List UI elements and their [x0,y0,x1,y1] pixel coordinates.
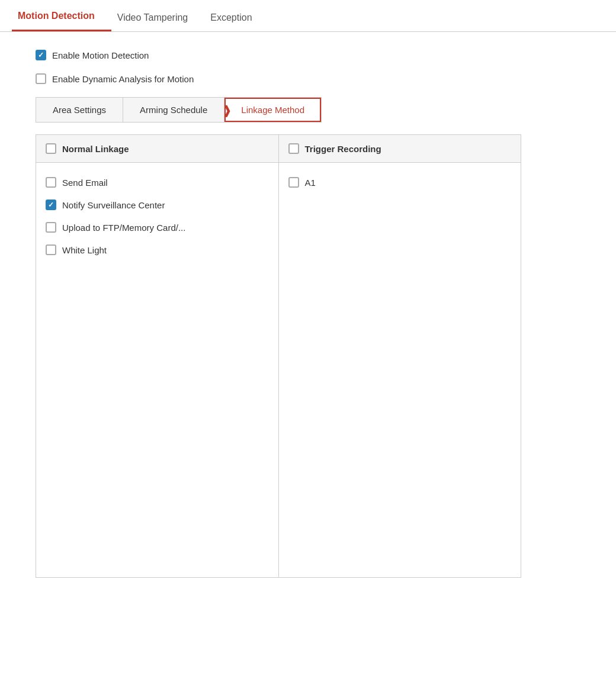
tab-motion-detection[interactable]: Motion Detection [12,0,111,31]
a1-row: A1 [288,171,512,194]
tab-exception-label: Exception [210,12,252,22]
sub-tab-linkage-method-label: Linkage Method [241,105,304,115]
send-email-checkbox[interactable] [46,177,56,188]
normal-linkage-header-checkbox[interactable] [46,143,56,154]
notify-surveillance-checkbox[interactable] [46,200,56,210]
a1-checkbox[interactable] [288,177,299,188]
enable-motion-detection-label[interactable]: Enable Motion Detection [52,50,149,60]
notify-surveillance-row: Notify Surveillance Center [46,194,269,216]
white-light-row: White Light [46,239,269,261]
main-content: Enable Motion Detection Enable Dynamic A… [0,32,616,596]
sub-tab-linkage-method[interactable]: Linkage Method [224,98,321,122]
trigger-recording-header: Trigger Recording [278,135,521,163]
upload-ftp-label: Upload to FTP/Memory Card/... [62,223,185,233]
linkage-table: Normal Linkage Trigger Recording [36,134,521,578]
sub-tab-nav: Area Settings Arming Schedule ❱ Linkage … [36,97,322,123]
a1-label: A1 [305,178,316,188]
sub-tab-area-settings-label: Area Settings [53,105,106,115]
upload-ftp-checkbox[interactable] [46,222,56,233]
upload-ftp-row: Upload to FTP/Memory Card/... [46,216,269,239]
enable-dynamic-analysis-checkbox[interactable] [36,73,46,84]
tab-video-tampering-label: Video Tampering [117,12,188,22]
trigger-recording-header-label: Trigger Recording [305,144,381,154]
normal-linkage-header-label: Normal Linkage [62,144,129,154]
tab-bar: Motion Detection Video Tampering Excepti… [0,0,616,32]
normal-linkage-header: Normal Linkage [36,135,279,163]
enable-dynamic-analysis-label[interactable]: Enable Dynamic Analysis for Motion [52,74,194,84]
sub-tab-arming-schedule-label: Arming Schedule [140,105,207,115]
trigger-recording-header-checkbox[interactable] [288,143,299,154]
enable-motion-detection-row: Enable Motion Detection [36,50,580,60]
tab-video-tampering[interactable]: Video Tampering [111,2,205,31]
notify-surveillance-label: Notify Surveillance Center [62,200,165,210]
enable-dynamic-analysis-row: Enable Dynamic Analysis for Motion [36,73,580,84]
send-email-label: Send Email [62,178,108,188]
chevron-icon: ❱ [222,104,232,116]
normal-linkage-cell: Send Email Notify Surveillance Center Up… [36,163,279,578]
trigger-recording-cell: A1 [278,163,521,578]
white-light-label: White Light [62,245,107,255]
tab-exception[interactable]: Exception [204,2,268,31]
sub-tab-area-settings[interactable]: Area Settings [36,98,123,122]
send-email-row: Send Email [46,171,269,194]
enable-motion-detection-checkbox[interactable] [36,50,46,60]
tab-motion-detection-label: Motion Detection [18,11,95,21]
white-light-checkbox[interactable] [46,244,56,255]
sub-tab-arming-schedule[interactable]: Arming Schedule ❱ [123,98,224,122]
